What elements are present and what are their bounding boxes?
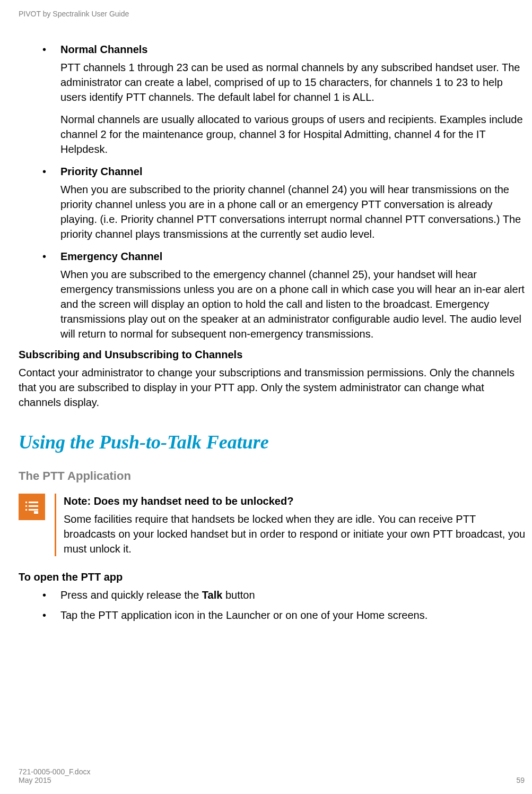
footer-page-number: 59 [516, 776, 525, 784]
heading-emergency-channel: Emergency Channel [60, 249, 162, 264]
note-icon [19, 494, 45, 520]
para-emergency-1: When you are subscribed to the emergency… [60, 267, 528, 341]
note-divider [55, 494, 56, 556]
text-post: button [222, 589, 255, 601]
bullet-emergency-channel: • Emergency Channel [42, 249, 528, 264]
heading-subscribing: Subscribing and Unsubscribing to Channel… [19, 349, 528, 361]
section-title-ptt-feature: Using the Push-to-Talk Feature [19, 431, 528, 453]
text-bold-talk: Talk [202, 589, 223, 601]
svg-rect-1 [29, 502, 38, 503]
note-block: Note: Does my handset need to be unlocke… [19, 494, 528, 556]
sub-section-title-ptt-app: The PTT Application [19, 469, 528, 483]
bullet-priority-channel: • Priority Channel [42, 164, 528, 179]
bullet-text-open-1: Press and quickly release the Talk butto… [60, 588, 255, 602]
bullet-text-open-2: Tap the PTT application icon in the Laun… [60, 608, 428, 623]
svg-rect-2 [25, 505, 27, 507]
para-subscribing: Contact your administrator to change you… [19, 365, 528, 410]
bullet-dot-icon: • [42, 164, 60, 179]
bullet-dot-icon: • [42, 588, 60, 602]
footer-doc-number: 721-0005-000_F.docx [19, 767, 90, 776]
heading-priority-channel: Priority Channel [60, 164, 142, 179]
list-icon [23, 498, 40, 515]
bullet-dot-icon: • [42, 249, 60, 264]
svg-rect-6 [34, 511, 38, 514]
bullet-normal-channels: • Normal Channels [42, 42, 528, 57]
para-normal-2: Normal channels are usually allocated to… [60, 112, 528, 157]
svg-rect-5 [29, 509, 38, 511]
svg-rect-4 [25, 509, 27, 511]
para-normal-1: PTT channels 1 through 23 can be used as… [60, 60, 528, 105]
page-footer: 721-0005-000_F.docx May 2015 59 [19, 767, 525, 784]
text-pre: Press and quickly release the [60, 589, 202, 601]
page-header: PIVOT by Spectralink User Guide [19, 10, 532, 18]
svg-rect-3 [29, 505, 38, 507]
footer-left: 721-0005-000_F.docx May 2015 [19, 767, 90, 784]
heading-open-ptt: To open the PTT app [19, 571, 528, 583]
bullet-open-ptt-2: • Tap the PTT application icon in the La… [42, 608, 528, 623]
heading-normal-channels: Normal Channels [60, 42, 147, 57]
note-title: Note: Does my handset need to be unlocke… [64, 494, 528, 508]
bullet-dot-icon: • [42, 608, 60, 623]
footer-date: May 2015 [19, 776, 90, 784]
page-content: • Normal Channels PTT channels 1 through… [19, 42, 532, 623]
note-body: Some facilities require that handsets be… [64, 512, 528, 556]
para-priority-1: When you are subscribed to the priority … [60, 182, 528, 241]
bullet-open-ptt-1: • Press and quickly release the Talk but… [42, 588, 528, 602]
svg-rect-0 [25, 502, 27, 503]
note-content: Note: Does my handset need to be unlocke… [64, 494, 528, 556]
bullet-dot-icon: • [42, 42, 60, 57]
